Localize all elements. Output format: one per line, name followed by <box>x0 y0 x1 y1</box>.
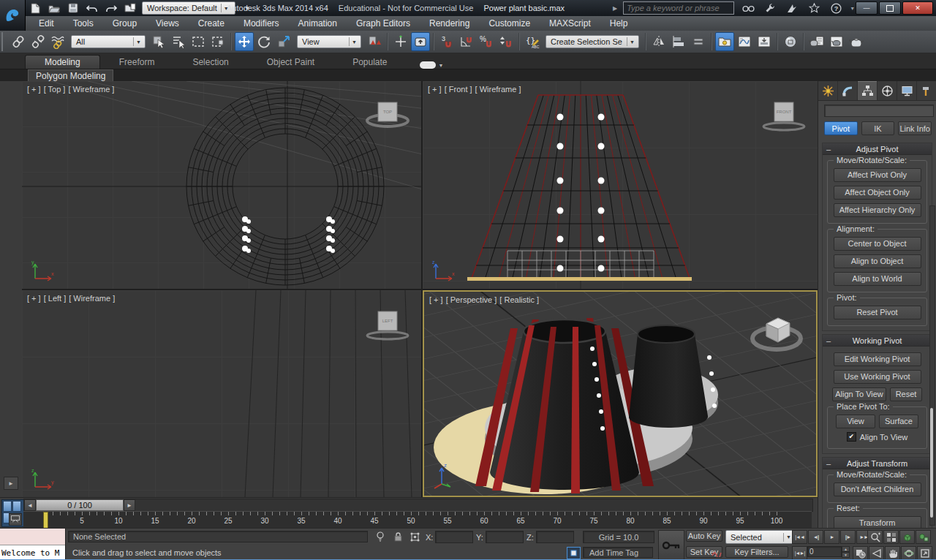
ribbon-panel-polygon-modeling[interactable]: Polygon Modeling <box>28 69 113 82</box>
new-scene-button[interactable] <box>28 1 42 15</box>
bind-to-space-warp-button[interactable] <box>48 32 67 51</box>
adjust-pivot-header[interactable]: – Adjust Pivot <box>823 143 932 155</box>
menu-item[interactable]: Tools <box>64 16 103 31</box>
maximize-viewport-toggle-button[interactable] <box>917 546 932 560</box>
orbit-button[interactable] <box>901 546 916 560</box>
previous-frame-arrow-button[interactable]: ◄ <box>24 499 36 511</box>
render-setup-button[interactable] <box>807 32 826 51</box>
select-and-link-button[interactable] <box>9 32 28 51</box>
pan-view-button[interactable] <box>885 546 900 560</box>
viewport-general-menu[interactable]: [ + ] <box>429 295 443 304</box>
selection-filter-dropdown[interactable]: All ▼ <box>71 35 146 48</box>
previous-frame-button[interactable]: ◄|| <box>808 530 823 544</box>
set-keys-button[interactable] <box>658 530 684 560</box>
percent-snap-toggle-button[interactable]: % <box>477 32 496 51</box>
menu-item[interactable]: Modifiers <box>234 16 289 31</box>
application-menu-button[interactable] <box>0 0 26 31</box>
viewport-pov-menu[interactable]: [ Top ] <box>44 85 66 94</box>
viewcube[interactable] <box>749 309 806 357</box>
add-time-tag-field[interactable]: Add Time Tag <box>583 547 653 558</box>
select-and-manipulate-button[interactable] <box>391 32 410 51</box>
tab-hierarchy[interactable] <box>858 81 878 100</box>
communication-center-button[interactable] <box>784 1 800 15</box>
time-configuration-button[interactable] <box>853 546 868 560</box>
edit-working-pivot-button[interactable]: Edit Working Pivot <box>834 352 921 366</box>
window-crossing-toggle-button[interactable] <box>208 32 227 51</box>
menu-item[interactable]: Create <box>189 16 234 31</box>
align-button[interactable] <box>669 32 688 51</box>
ribbon-tab-populate[interactable]: Populate <box>333 56 406 69</box>
affect-pivot-only-button[interactable]: Affect Pivot Only <box>834 168 921 182</box>
toggle-layer-explorer-button[interactable] <box>715 32 734 51</box>
ik-mode-button[interactable]: IK <box>861 121 895 135</box>
align-to-world-button[interactable]: Align to World <box>834 272 921 286</box>
mirror-button[interactable] <box>649 32 668 51</box>
viewport-pov-menu[interactable]: [ Perspective ] <box>446 295 497 304</box>
absolute-offset-mode-toggle[interactable] <box>407 531 422 542</box>
object-name-field[interactable] <box>824 105 934 117</box>
menu-item[interactable]: Views <box>146 16 189 31</box>
field-of-view-button[interactable] <box>869 546 884 560</box>
next-frame-button[interactable]: ||► <box>840 530 856 544</box>
menu-item[interactable]: MAXScript <box>540 16 600 31</box>
viewport-perspective[interactable]: [ + ] [ Perspective ] [ Realistic ] <box>423 290 818 497</box>
place-pivot-surface-button[interactable]: Surface <box>879 415 918 428</box>
time-slider-thumb[interactable]: 0 / 100 <box>36 499 124 511</box>
named-selection-set-dropdown[interactable]: Create Selection Se ▼ <box>546 35 639 48</box>
rendered-frame-window-button[interactable] <box>827 32 846 51</box>
key-mode-toggle-button[interactable]: |◄►| <box>792 546 807 560</box>
favorites-button[interactable] <box>806 1 822 15</box>
command-panel-scrollbar[interactable] <box>929 205 935 526</box>
time-tag-button[interactable] <box>567 547 581 559</box>
center-to-object-button[interactable]: Center to Object <box>834 237 921 251</box>
select-and-scale-button[interactable] <box>274 32 293 51</box>
tab-motion[interactable] <box>878 81 897 100</box>
select-and-move-button[interactable] <box>235 32 254 51</box>
open-mini-curve-editor-button[interactable] <box>9 513 22 526</box>
help-button[interactable]: ? <box>828 1 844 15</box>
zoom-button[interactable] <box>867 530 883 544</box>
rectangular-selection-region-button[interactable] <box>189 32 208 51</box>
selection-set-key-dropdown[interactable]: Selected ▼ <box>725 530 796 544</box>
scrollbar-thumb[interactable] <box>930 408 933 518</box>
adjust-transform-header[interactable]: – Adjust Transform <box>823 458 932 469</box>
schematic-view-button[interactable] <box>755 32 774 51</box>
track-bar[interactable]: 5101520253035404550556065707580859095100 <box>23 511 812 529</box>
menu-item[interactable]: Rendering <box>420 16 479 31</box>
x-coordinate-field[interactable] <box>435 531 473 543</box>
expand-strip-button[interactable]: ► <box>4 477 18 490</box>
ribbon-tab-selection[interactable]: Selection <box>173 56 247 69</box>
edit-named-selection-sets-button[interactable]: {}ABC <box>523 32 542 51</box>
open-file-button[interactable] <box>47 1 61 15</box>
project-folder-button[interactable] <box>123 1 137 15</box>
material-editor-button[interactable] <box>781 32 800 51</box>
viewport-general-menu[interactable]: [ + ] <box>27 85 41 94</box>
menu-item[interactable]: Group <box>103 16 146 31</box>
zoom-extents-all-button[interactable] <box>916 530 931 544</box>
listener-output-pane[interactable]: Welcome to M <box>0 545 65 560</box>
reset-working-pivot-button[interactable]: Reset <box>890 387 922 401</box>
use-working-pivot-button[interactable]: Use Working Pivot <box>834 370 921 384</box>
viewport-pov-menu[interactable]: [ Front ] <box>445 85 472 94</box>
menu-item[interactable]: Graph Editors <box>347 16 420 31</box>
select-and-rotate-button[interactable] <box>254 32 273 51</box>
curve-editor-button[interactable] <box>735 32 754 51</box>
undo-button[interactable] <box>85 1 99 15</box>
default-in-out-tangents-button[interactable] <box>711 547 722 559</box>
search-input[interactable] <box>623 1 734 15</box>
reset-pivot-button[interactable]: Reset Pivot <box>834 306 921 319</box>
manage-layers-button[interactable] <box>689 32 708 51</box>
viewport-top[interactable]: [ + ] [ Top ] [ Wireframe ] TOP yx <box>22 81 421 289</box>
ribbon-tab-object-paint[interactable]: Object Paint <box>248 56 333 69</box>
viewport-front[interactable]: [ + ] [ Front ] [ Wireframe ] FRONT zx <box>423 81 818 289</box>
working-pivot-header[interactable]: – Working Pivot <box>823 335 932 347</box>
viewport-general-menu[interactable]: [ + ] <box>428 85 442 94</box>
menu-item[interactable]: Customize <box>479 16 540 31</box>
tab-create[interactable] <box>818 81 838 100</box>
save-file-button[interactable] <box>66 1 80 15</box>
tab-utilities[interactable] <box>917 81 936 100</box>
viewport-shading-menu[interactable]: [ Wireframe ] <box>475 85 521 94</box>
viewcube[interactable]: TOP <box>364 99 411 132</box>
tab-modify[interactable] <box>838 81 858 100</box>
minimize-button[interactable]: — <box>856 1 878 15</box>
